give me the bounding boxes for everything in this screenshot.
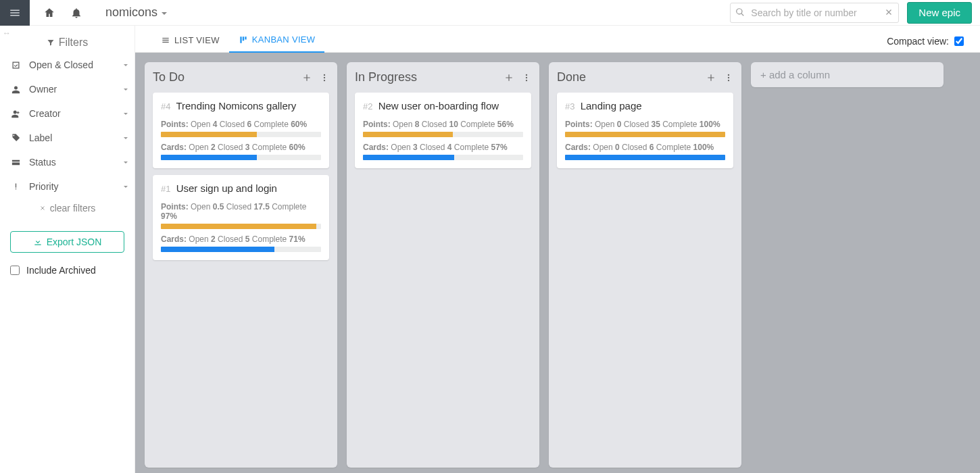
stat-open: 0: [617, 120, 622, 129]
hamburger-icon: [9, 7, 21, 19]
card-title: #2 New user on-boarding flow: [363, 99, 523, 113]
column-actions: [706, 73, 733, 82]
compact-view-checkbox[interactable]: [954, 36, 964, 46]
kanban-card[interactable]: #4 Trending Nomicons galleryPoints: Open…: [153, 93, 329, 168]
caret-down-icon: [124, 137, 128, 139]
kanban-card[interactable]: #1 User sign up and loginPoints: Open 0.…: [153, 175, 329, 260]
stat-closed: 6: [650, 143, 654, 152]
stat-open-lbl: Open: [393, 120, 412, 129]
search-wrap: [730, 3, 899, 23]
card-title: #4 Trending Nomicons gallery: [161, 99, 321, 113]
tab-list-view[interactable]: LIST VIEW: [151, 28, 229, 52]
card-number: #1: [161, 184, 170, 194]
exclamation-icon: [11, 182, 21, 192]
stat-label: Cards:: [161, 234, 187, 244]
filter-label[interactable]: Label: [0, 126, 134, 150]
progress-bar-cards: [565, 155, 725, 160]
progress-bar-points: [161, 132, 321, 137]
filter-status[interactable]: Status: [0, 150, 134, 174]
kanban-card[interactable]: #2 New user on-boarding flowPoints: Open…: [355, 93, 531, 168]
stat-open-lbl: Open: [391, 143, 410, 152]
card-number: #4: [161, 101, 170, 111]
column-actions: [302, 73, 329, 82]
filter-creator[interactable]: Creator: [0, 101, 134, 126]
include-archived-checkbox[interactable]: [10, 266, 20, 275]
column-title: Done: [557, 70, 706, 84]
tab-kanban-view[interactable]: KANBAN VIEW: [229, 28, 325, 53]
funnel-icon: [47, 39, 55, 47]
list-icon: [161, 36, 170, 45]
svg-point-1: [324, 76, 325, 78]
filter-priority[interactable]: Priority: [0, 174, 134, 199]
stat-closed: 4: [447, 143, 452, 152]
stat-closed: 10: [449, 120, 458, 129]
kanban-column: In Progress#2 New user on-boarding flowP…: [347, 62, 539, 468]
more-vertical-icon[interactable]: [522, 73, 531, 82]
plus-icon[interactable]: [706, 73, 716, 82]
export-json-label: Export JSON: [47, 236, 102, 247]
add-column-button[interactable]: + add a column: [751, 62, 944, 87]
progress-bar-fill: [161, 132, 257, 137]
svg-point-5: [526, 79, 527, 80]
stat-label: Cards:: [363, 143, 389, 152]
more-vertical-icon[interactable]: [320, 73, 329, 82]
stat-complete: 100%: [700, 120, 720, 129]
hamburger-menu[interactable]: [0, 0, 30, 26]
stat-label: Points:: [565, 120, 593, 129]
stat-complete: 100%: [693, 143, 714, 152]
more-vertical-icon[interactable]: [724, 73, 733, 82]
filter-owner[interactable]: Owner: [0, 77, 134, 101]
stat-open-lbl: Open: [593, 143, 612, 152]
stat-closed-lbl: Closed: [218, 234, 243, 244]
compact-view-toggle[interactable]: Compact view:: [887, 36, 980, 52]
plus-icon[interactable]: [504, 73, 514, 82]
stat-closed-lbl: Closed: [622, 143, 647, 152]
card-number: #3: [565, 101, 574, 111]
stat-open: 8: [415, 120, 420, 129]
checkbox-icon: [11, 60, 21, 70]
card-number: #2: [363, 101, 372, 111]
card-icon: [11, 157, 21, 168]
card-title-text: New user on-boarding flow: [378, 100, 499, 111]
plus-icon[interactable]: [302, 73, 312, 82]
stat-complete-lbl: Complete: [662, 120, 697, 129]
clear-search-icon[interactable]: [884, 7, 893, 17]
search-input[interactable]: [730, 3, 899, 23]
kanban-column: To Do#4 Trending Nomicons galleryPoints:…: [145, 62, 337, 468]
sidebar-collapse-handle[interactable]: ↔: [3, 28, 11, 38]
stat-line-points: Points: Open 0 Closed 35 Complete 100%: [565, 120, 725, 129]
export-json-button[interactable]: Export JSON: [10, 231, 124, 253]
stat-line-cards: Cards: Open 0 Closed 6 Complete 100%: [565, 143, 725, 152]
kanban-card[interactable]: #3 Landing pagePoints: Open 0 Closed 35 …: [557, 93, 733, 168]
filter-open-closed[interactable]: Open & Closed: [0, 53, 134, 77]
clear-filters[interactable]: clear filters: [0, 199, 134, 224]
svg-point-2: [324, 79, 325, 80]
stat-open: 2: [211, 234, 216, 244]
stat-label: Points:: [161, 120, 189, 129]
stat-complete: 97%: [161, 211, 177, 221]
include-archived[interactable]: Include Archived: [0, 259, 134, 281]
search-icon: [735, 7, 745, 17]
stat-open-lbl: Open: [191, 120, 210, 129]
filters-header: Filters: [0, 31, 134, 53]
person-icon: [11, 84, 21, 95]
new-epic-button[interactable]: New epic: [907, 2, 972, 24]
stat-open: 0: [615, 143, 620, 152]
stat-open: 2: [211, 143, 216, 152]
stat-complete-lbl: Complete: [460, 120, 495, 129]
stat-label: Points:: [363, 120, 391, 129]
caret-down-icon: [124, 186, 128, 188]
stat-label: Cards:: [565, 143, 591, 152]
stat-line-points: Points: Open 0.5 Closed 17.5 Complete 97…: [161, 202, 321, 221]
stat-closed-lbl: Closed: [218, 143, 243, 152]
stat-complete-lbl: Complete: [252, 143, 287, 152]
caret-down-icon: [124, 161, 128, 164]
progress-bar-points: [161, 224, 321, 229]
home-icon[interactable]: [43, 7, 55, 19]
stat-complete: 71%: [289, 234, 305, 244]
bell-icon[interactable]: [70, 7, 82, 19]
stat-line-points: Points: Open 4 Closed 6 Complete 60%: [161, 120, 321, 129]
project-selector[interactable]: nomicons: [105, 5, 167, 20]
stat-closed-lbl: Closed: [220, 120, 245, 129]
card-title: #3 Landing page: [565, 99, 725, 113]
